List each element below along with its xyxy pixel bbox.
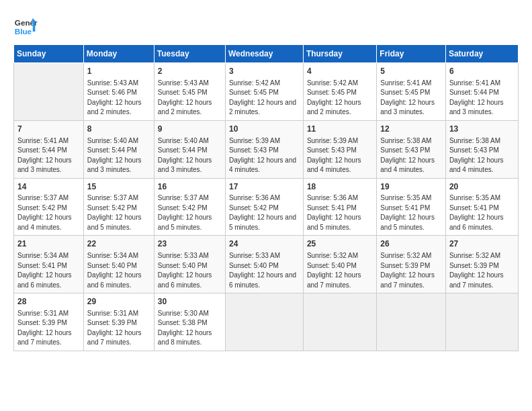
day-number: 19 bbox=[380, 181, 442, 193]
calendar-cell: 1 Sunrise: 5:43 AMSunset: 5:46 PMDayligh… bbox=[83, 63, 154, 121]
logo-icon: General Blue bbox=[13, 13, 38, 38]
day-header-monday: Monday bbox=[83, 45, 154, 63]
cell-info: Sunrise: 5:33 AMSunset: 5:40 PMDaylight:… bbox=[158, 251, 222, 290]
calendar-cell: 23 Sunrise: 5:33 AMSunset: 5:40 PMDaylig… bbox=[154, 236, 225, 293]
day-number: 15 bbox=[87, 181, 150, 193]
cell-info: Sunrise: 5:36 AMSunset: 5:41 PMDaylight:… bbox=[307, 193, 373, 232]
cell-info: Sunrise: 5:39 AMSunset: 5:43 PMDaylight:… bbox=[229, 136, 300, 175]
day-number: 11 bbox=[307, 124, 373, 135]
day-number: 25 bbox=[307, 238, 373, 250]
calendar-cell: 26 Sunrise: 5:32 AMSunset: 5:39 PMDaylig… bbox=[377, 236, 446, 293]
calendar-cell: 11 Sunrise: 5:39 AMSunset: 5:43 PMDaylig… bbox=[303, 120, 376, 178]
day-number: 21 bbox=[17, 238, 80, 250]
day-header-saturday: Saturday bbox=[445, 45, 518, 63]
calendar-week-1: 1 Sunrise: 5:43 AMSunset: 5:46 PMDayligh… bbox=[14, 63, 519, 121]
cell-info: Sunrise: 5:35 AMSunset: 5:41 PMDaylight:… bbox=[380, 193, 442, 232]
logo: General Blue bbox=[13, 13, 38, 38]
day-number: 7 bbox=[17, 124, 80, 135]
cell-info: Sunrise: 5:32 AMSunset: 5:39 PMDaylight:… bbox=[380, 251, 442, 290]
calendar-cell: 16 Sunrise: 5:37 AMSunset: 5:42 PMDaylig… bbox=[154, 178, 225, 236]
svg-text:Blue: Blue bbox=[15, 27, 32, 36]
calendar-cell: 29 Sunrise: 5:31 AMSunset: 5:39 PMDaylig… bbox=[83, 293, 154, 351]
cell-info: Sunrise: 5:31 AMSunset: 5:39 PMDaylight:… bbox=[17, 309, 80, 348]
calendar-cell: 2 Sunrise: 5:43 AMSunset: 5:45 PMDayligh… bbox=[154, 63, 225, 121]
calendar-cell: 14 Sunrise: 5:37 AMSunset: 5:42 PMDaylig… bbox=[14, 178, 84, 236]
page-header: General Blue bbox=[13, 13, 519, 38]
cell-info: Sunrise: 5:39 AMSunset: 5:43 PMDaylight:… bbox=[307, 136, 373, 175]
calendar-cell: 22 Sunrise: 5:34 AMSunset: 5:40 PMDaylig… bbox=[83, 236, 154, 293]
calendar-cell: 4 Sunrise: 5:42 AMSunset: 5:45 PMDayligh… bbox=[303, 63, 376, 121]
day-number: 12 bbox=[380, 124, 442, 135]
cell-info: Sunrise: 5:37 AMSunset: 5:42 PMDaylight:… bbox=[87, 193, 150, 232]
calendar-cell: 24 Sunrise: 5:33 AMSunset: 5:40 PMDaylig… bbox=[225, 236, 303, 293]
day-number: 23 bbox=[158, 238, 222, 250]
day-number: 20 bbox=[449, 181, 515, 193]
calendar-table: SundayMondayTuesdayWednesdayThursdayFrid… bbox=[13, 44, 519, 351]
day-number: 6 bbox=[449, 66, 515, 77]
calendar-cell: 21 Sunrise: 5:34 AMSunset: 5:41 PMDaylig… bbox=[14, 236, 84, 293]
cell-info: Sunrise: 5:31 AMSunset: 5:39 PMDaylight:… bbox=[87, 309, 150, 348]
calendar-cell: 6 Sunrise: 5:41 AMSunset: 5:44 PMDayligh… bbox=[445, 63, 518, 121]
cell-info: Sunrise: 5:42 AMSunset: 5:45 PMDaylight:… bbox=[307, 79, 373, 118]
calendar-week-2: 7 Sunrise: 5:41 AMSunset: 5:44 PMDayligh… bbox=[14, 120, 519, 178]
day-number: 16 bbox=[158, 181, 222, 193]
calendar-body: 1 Sunrise: 5:43 AMSunset: 5:46 PMDayligh… bbox=[14, 63, 519, 351]
calendar-cell: 20 Sunrise: 5:35 AMSunset: 5:41 PMDaylig… bbox=[445, 178, 518, 236]
cell-info: Sunrise: 5:43 AMSunset: 5:45 PMDaylight:… bbox=[158, 79, 222, 118]
calendar-cell: 18 Sunrise: 5:36 AMSunset: 5:41 PMDaylig… bbox=[303, 178, 376, 236]
day-number: 17 bbox=[229, 181, 300, 193]
day-header-tuesday: Tuesday bbox=[154, 45, 225, 63]
calendar-cell bbox=[377, 293, 446, 351]
calendar-cell: 19 Sunrise: 5:35 AMSunset: 5:41 PMDaylig… bbox=[377, 178, 446, 236]
cell-info: Sunrise: 5:32 AMSunset: 5:39 PMDaylight:… bbox=[449, 251, 515, 290]
day-header-wednesday: Wednesday bbox=[225, 45, 303, 63]
cell-info: Sunrise: 5:38 AMSunset: 5:43 PMDaylight:… bbox=[449, 136, 515, 175]
calendar-week-5: 28 Sunrise: 5:31 AMSunset: 5:39 PMDaylig… bbox=[14, 293, 519, 351]
day-number: 30 bbox=[158, 296, 222, 308]
calendar-week-4: 21 Sunrise: 5:34 AMSunset: 5:41 PMDaylig… bbox=[14, 236, 519, 293]
calendar-cell: 13 Sunrise: 5:38 AMSunset: 5:43 PMDaylig… bbox=[445, 120, 518, 178]
day-number: 8 bbox=[87, 124, 150, 135]
day-number: 5 bbox=[380, 66, 442, 77]
cell-info: Sunrise: 5:41 AMSunset: 5:44 PMDaylight:… bbox=[449, 79, 515, 118]
calendar-cell: 10 Sunrise: 5:39 AMSunset: 5:43 PMDaylig… bbox=[225, 120, 303, 178]
calendar-cell: 25 Sunrise: 5:32 AMSunset: 5:40 PMDaylig… bbox=[303, 236, 376, 293]
cell-info: Sunrise: 5:42 AMSunset: 5:45 PMDaylight:… bbox=[229, 79, 300, 118]
day-number: 10 bbox=[229, 124, 300, 135]
calendar-cell: 5 Sunrise: 5:41 AMSunset: 5:45 PMDayligh… bbox=[377, 63, 446, 121]
calendar-cell: 30 Sunrise: 5:30 AMSunset: 5:38 PMDaylig… bbox=[154, 293, 225, 351]
day-number: 9 bbox=[158, 124, 222, 135]
day-number: 4 bbox=[307, 66, 373, 77]
calendar-cell bbox=[303, 293, 376, 351]
calendar-cell: 9 Sunrise: 5:40 AMSunset: 5:44 PMDayligh… bbox=[154, 120, 225, 178]
cell-info: Sunrise: 5:37 AMSunset: 5:42 PMDaylight:… bbox=[17, 193, 80, 232]
day-number: 13 bbox=[449, 124, 515, 135]
day-number: 18 bbox=[307, 181, 373, 193]
calendar-cell bbox=[14, 63, 84, 121]
day-number: 26 bbox=[380, 238, 442, 250]
cell-info: Sunrise: 5:41 AMSunset: 5:44 PMDaylight:… bbox=[17, 136, 80, 175]
cell-info: Sunrise: 5:35 AMSunset: 5:41 PMDaylight:… bbox=[449, 193, 515, 232]
cell-info: Sunrise: 5:36 AMSunset: 5:42 PMDaylight:… bbox=[229, 193, 300, 232]
calendar-cell: 7 Sunrise: 5:41 AMSunset: 5:44 PMDayligh… bbox=[14, 120, 84, 178]
calendar-cell: 15 Sunrise: 5:37 AMSunset: 5:42 PMDaylig… bbox=[83, 178, 154, 236]
day-header-sunday: Sunday bbox=[14, 45, 84, 63]
cell-info: Sunrise: 5:33 AMSunset: 5:40 PMDaylight:… bbox=[229, 251, 300, 290]
cell-info: Sunrise: 5:43 AMSunset: 5:46 PMDaylight:… bbox=[87, 79, 150, 118]
day-number: 27 bbox=[449, 238, 515, 250]
calendar-cell: 28 Sunrise: 5:31 AMSunset: 5:39 PMDaylig… bbox=[14, 293, 84, 351]
calendar-cell bbox=[225, 293, 303, 351]
cell-info: Sunrise: 5:40 AMSunset: 5:44 PMDaylight:… bbox=[87, 136, 150, 175]
cell-info: Sunrise: 5:38 AMSunset: 5:43 PMDaylight:… bbox=[380, 136, 442, 175]
day-number: 2 bbox=[158, 66, 222, 77]
day-number: 1 bbox=[87, 66, 150, 77]
cell-info: Sunrise: 5:40 AMSunset: 5:44 PMDaylight:… bbox=[158, 136, 222, 175]
cell-info: Sunrise: 5:32 AMSunset: 5:40 PMDaylight:… bbox=[307, 251, 373, 290]
day-number: 29 bbox=[87, 296, 150, 308]
cell-info: Sunrise: 5:37 AMSunset: 5:42 PMDaylight:… bbox=[158, 193, 222, 232]
cell-info: Sunrise: 5:41 AMSunset: 5:45 PMDaylight:… bbox=[380, 79, 442, 118]
calendar-cell: 27 Sunrise: 5:32 AMSunset: 5:39 PMDaylig… bbox=[445, 236, 518, 293]
calendar-header-row: SundayMondayTuesdayWednesdayThursdayFrid… bbox=[14, 45, 519, 63]
cell-info: Sunrise: 5:34 AMSunset: 5:40 PMDaylight:… bbox=[87, 251, 150, 290]
day-number: 14 bbox=[17, 181, 80, 193]
